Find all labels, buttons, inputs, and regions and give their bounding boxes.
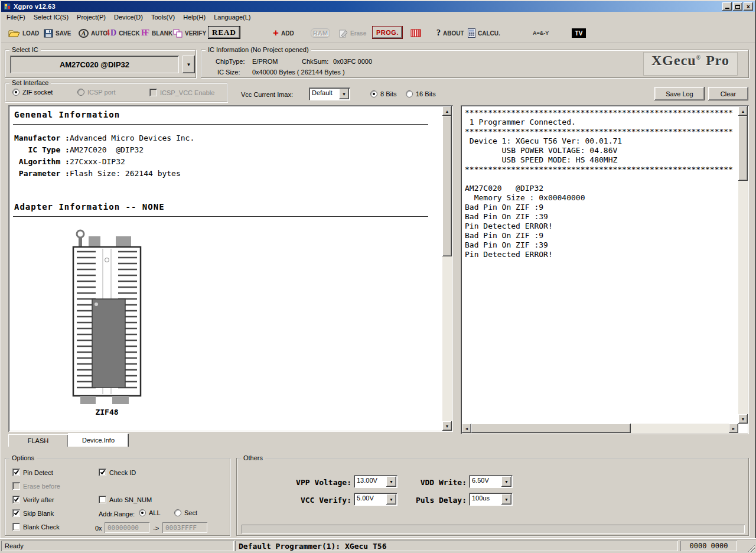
logo-text: XGecu <box>651 53 696 69</box>
ic-chip-icon <box>410 28 422 38</box>
logo-suffix: Pro <box>706 53 729 69</box>
vcc-current-label: Vcc Current Imax: <box>241 91 293 98</box>
icsp-vcc-checkbox[interactable]: ICSP_VCC Enable <box>149 89 214 96</box>
menu-project[interactable]: Project(P) <box>73 12 110 22</box>
auto-label: AUTO <box>91 30 107 37</box>
clear-button[interactable]: Clear <box>708 87 748 100</box>
menu-device[interactable]: Device(D) <box>110 12 147 22</box>
bits8-radio[interactable]: 8 Bits <box>370 90 397 97</box>
log-vertical-scrollbar[interactable]: ▲ ▼ <box>738 106 748 424</box>
blank-check-checkbox[interactable]: Blank Check <box>12 523 60 531</box>
radio-icon <box>370 90 377 97</box>
tab-device-info[interactable]: Device.Info <box>68 433 129 447</box>
calcu-button[interactable]: CALCU. <box>468 26 500 40</box>
auto-button[interactable]: A AUTO <box>79 26 107 40</box>
radio-icon <box>174 509 181 516</box>
about-label: ABOUT <box>443 30 464 37</box>
menu-file[interactable]: File(F) <box>2 12 30 22</box>
minimize-icon <box>725 4 729 9</box>
log-horizontal-scrollbar[interactable]: ◄ ► <box>462 424 738 433</box>
zif-socket-radio[interactable]: ZIF socket <box>12 89 53 96</box>
maximize-button[interactable] <box>733 2 742 11</box>
save-log-button[interactable]: Save Log <box>654 87 705 100</box>
check-id-label: Check ID <box>109 469 136 476</box>
field-value: Advanced Micro Devices Inc. <box>70 134 194 142</box>
read-button[interactable]: READ <box>208 26 240 39</box>
prog-label: PROG. <box>376 29 399 36</box>
scroll-up-button[interactable]: ▲ <box>738 106 748 116</box>
menu-language[interactable]: Language(L) <box>210 12 255 22</box>
log-panel[interactable]: ****************************************… <box>461 105 749 434</box>
addr-from-value: 00000000 <box>107 524 139 532</box>
options-group: Options Pin Detect Check ID Erase before… <box>5 458 230 536</box>
icsp-port-radio[interactable]: ICSP port <box>77 89 116 96</box>
addr-to-field[interactable]: 0003FFFF <box>162 522 207 533</box>
load-button[interactable]: LOAD <box>8 26 39 40</box>
title-bar: Xgpro v12.63 × <box>1 1 755 12</box>
about-button[interactable]: ? ABOUT <box>436 26 464 40</box>
scroll-right-button[interactable]: ► <box>729 424 738 433</box>
addr-sect-radio[interactable]: Sect <box>174 509 197 516</box>
erase-before-checkbox[interactable]: Erase before <box>12 482 60 490</box>
registered-mark: ® <box>696 54 700 61</box>
scroll-right-icon: ► <box>732 427 736 431</box>
scrollbar-thumb[interactable] <box>442 116 452 256</box>
status-programmer: Default Programmer(1): XGecu T56 <box>235 541 678 551</box>
set-interface-legend: Set Interface <box>9 79 51 87</box>
close-button[interactable]: × <box>744 2 753 11</box>
tv-button[interactable]: TV <box>572 26 586 40</box>
addr-from-field[interactable]: 00000000 <box>105 522 149 533</box>
left-panel-scrollbar[interactable]: ▲ ▼ <box>442 106 452 431</box>
range-arrow-label: -> <box>153 525 159 532</box>
save-button[interactable]: SAVE <box>44 26 71 40</box>
scroll-left-button[interactable]: ◄ <box>462 424 471 433</box>
bits16-radio[interactable]: 16 Bits <box>406 90 436 97</box>
minimize-button[interactable] <box>722 2 732 11</box>
menu-select-ic[interactable]: Select IC(S) <box>30 12 73 22</box>
hex-prefix-label: 0x <box>95 525 102 532</box>
prog-button[interactable]: PROG. <box>372 26 403 39</box>
set-interface-group: Set Interface ZIF socket ICSP port ICSP_… <box>5 83 227 102</box>
field-value: AM27C020 @DIP32 <box>70 145 144 154</box>
vdd-write-label: VDD Write: <box>387 478 467 487</box>
scroll-down-button[interactable]: ▼ <box>442 421 452 431</box>
ram-button[interactable]: RAM <box>311 26 330 40</box>
resize-grip[interactable] <box>748 545 755 552</box>
vcc-current-combo[interactable]: Default ▼ <box>309 87 350 100</box>
verify-button[interactable]: VERIFY <box>173 26 206 40</box>
auto-sn-checkbox[interactable]: Auto SN_NUM <box>99 496 152 503</box>
puls-delay-combo[interactable]: 100us ▼ <box>469 493 513 506</box>
tab-flash[interactable]: FLASH <box>8 434 68 447</box>
logic-test-button[interactable]: A=&-Y <box>533 26 549 40</box>
scroll-up-icon: ▲ <box>741 109 745 113</box>
addr-all-radio[interactable]: ALL <box>139 509 161 516</box>
field-label: IC Type : <box>14 145 70 154</box>
menu-tools[interactable]: Tools(V) <box>147 12 179 22</box>
adapter-information-title: Adapter Information -- NONE <box>14 202 165 212</box>
auto-sn-label: Auto SN_NUM <box>109 496 152 503</box>
scrollbar-thumb[interactable] <box>738 116 748 181</box>
chksum-label: ChkSum: <box>302 58 328 65</box>
scroll-up-button[interactable]: ▲ <box>442 106 452 116</box>
vdd-write-combo[interactable]: 6.50V ▼ <box>469 475 513 488</box>
chip-button[interactable] <box>410 26 422 40</box>
scroll-down-button[interactable]: ▼ <box>738 414 748 424</box>
vcc-current-value: Default <box>309 87 338 100</box>
skip-blank-checkbox[interactable]: Skip Blank <box>12 509 54 517</box>
scrollbar-thumb[interactable] <box>471 424 631 433</box>
select-ic-legend: Select IC <box>9 45 41 54</box>
save-label: SAVE <box>56 30 71 37</box>
blank-button[interactable]: FF BLANK <box>141 26 172 40</box>
check-mark-icon <box>100 469 105 474</box>
menu-help[interactable]: Help(H) <box>179 12 210 22</box>
check-id-checkbox[interactable]: Check ID <box>99 469 136 476</box>
check-mark-icon <box>14 510 18 515</box>
pin-detect-checkbox[interactable]: Pin Detect <box>12 469 53 476</box>
read-label: READ <box>212 28 236 37</box>
verify-after-checkbox[interactable]: Verify after <box>12 496 54 503</box>
selected-ic-field[interactable]: AM27C020 @DIP32 <box>10 56 179 73</box>
select-ic-dropdown-button[interactable]: ▼ <box>183 56 195 73</box>
erase-button[interactable]: Erase <box>339 26 366 40</box>
add-button[interactable]: + ADD <box>273 26 294 40</box>
check-button[interactable]: 4D CHECK <box>106 26 140 40</box>
